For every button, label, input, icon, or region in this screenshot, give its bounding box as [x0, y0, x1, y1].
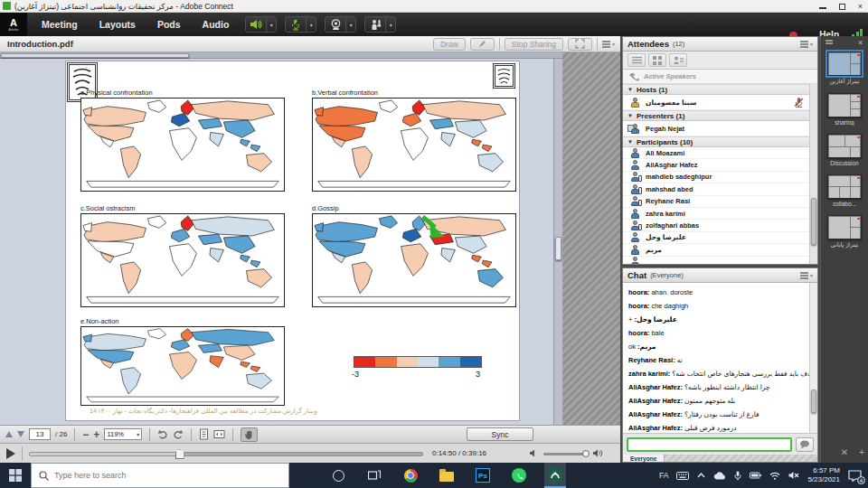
page-number-input[interactable]: [29, 428, 51, 440]
horizontal-scrollbar[interactable]: [0, 52, 562, 59]
zoom-in-button[interactable]: +: [93, 430, 99, 439]
chrome-button[interactable]: [400, 463, 421, 488]
sync-button[interactable]: Sync: [467, 427, 533, 441]
attendee-row[interactable]: Pegah Nejat: [623, 121, 809, 136]
next-page-button[interactable]: [17, 431, 24, 437]
volume-low-icon[interactable]: [529, 448, 538, 458]
microphone-dropdown-icon[interactable]: ▾: [306, 17, 316, 32]
group-header[interactable]: ▼Hosts (1): [623, 84, 809, 95]
redo-icon[interactable]: [173, 429, 184, 439]
menu-audio[interactable]: Audio: [203, 19, 230, 30]
attendee-row[interactable]: Reyhane Rasi: [623, 196, 809, 208]
hidden-icons-chevron[interactable]: [697, 473, 705, 478]
attendee-row[interactable]: مریم: [623, 244, 809, 256]
chat-scroll-thumb[interactable]: [811, 389, 816, 413]
volume-thumb[interactable]: [582, 450, 590, 457]
attendee-row[interactable]: علیرضا وحل: [623, 232, 809, 244]
chat-input[interactable]: [627, 437, 792, 452]
previous-page-button[interactable]: [5, 431, 13, 437]
fit-width-icon[interactable]: [213, 428, 225, 440]
cortana-button[interactable]: [327, 463, 349, 488]
attendee-row[interactable]: Ali Moazami: [623, 147, 809, 159]
hscroll-thumb[interactable]: [1, 53, 189, 58]
grid-view-button[interactable]: [648, 53, 666, 67]
start-button[interactable]: [0, 463, 31, 488]
wifi-icon[interactable]: [769, 472, 780, 480]
chat-tab-everyone[interactable]: Everyone: [623, 455, 665, 462]
fit-page-icon[interactable]: [199, 428, 209, 440]
layout-thumbnail-1[interactable]: [827, 52, 862, 76]
progress-track[interactable]: [29, 452, 423, 456]
attendees-pod-menu-icon[interactable]: ▾: [800, 41, 813, 47]
delete-layout-icon[interactable]: ✕: [841, 447, 848, 457]
attendees-scroll-thumb[interactable]: [811, 198, 816, 245]
add-layout-icon[interactable]: +: [859, 447, 864, 457]
keyboard-icon[interactable]: [676, 472, 689, 480]
file-explorer-button[interactable]: [436, 463, 458, 488]
speaker-button[interactable]: ▾: [245, 16, 277, 33]
play-button[interactable]: [6, 448, 15, 459]
chat-pod-menu-icon[interactable]: ▾: [800, 272, 813, 278]
taskbar-clock[interactable]: 6:57 PM 5/23/2021: [807, 466, 840, 484]
webcam-dropdown-icon[interactable]: ▾: [345, 17, 355, 32]
raise-hand-dropdown-icon[interactable]: ▾: [385, 17, 395, 32]
draw-button[interactable]: Draw: [433, 38, 466, 51]
microphone-button[interactable]: ▾: [285, 16, 316, 33]
list-view-button[interactable]: [627, 53, 646, 67]
layouts-close-icon[interactable]: ✕: [857, 39, 863, 47]
group-header[interactable]: ▼Presenters (1): [623, 110, 809, 121]
layout-thumbnail-2[interactable]: [827, 93, 862, 117]
maximize-icon[interactable]: [839, 4, 845, 10]
taskbar-search[interactable]: [31, 463, 289, 488]
attendee-row[interactable]: سینا معصومیان: [623, 95, 809, 110]
action-center-button[interactable]: 4: [848, 469, 863, 482]
menu-pods[interactable]: Pods: [157, 19, 181, 30]
attendee-row[interactable]: mahshad abed: [623, 183, 809, 195]
adobe-connect-button[interactable]: [544, 463, 566, 488]
search-input[interactable]: [54, 471, 253, 480]
fullscreen-button[interactable]: [568, 38, 592, 51]
language-indicator[interactable]: FA: [659, 471, 668, 480]
status-view-button[interactable]: [669, 53, 687, 67]
zoom-out-button[interactable]: −: [82, 430, 89, 439]
progress-thumb[interactable]: [175, 449, 184, 459]
raise-hand-button[interactable]: ▾: [364, 16, 396, 33]
attendee-row[interactable]: zahra karimi: [623, 208, 809, 220]
menu-layouts[interactable]: Layouts: [99, 19, 136, 30]
whatsapp-button[interactable]: [508, 463, 530, 488]
group-header[interactable]: ▼Participants (10): [623, 136, 809, 147]
zoom-level-select[interactable]: 119%▾: [104, 428, 142, 440]
attendees-scrollbar[interactable]: [809, 84, 817, 264]
photoshop-button[interactable]: Ps: [472, 463, 494, 488]
webcam-button[interactable]: ▾: [325, 16, 356, 33]
chat-scrollbar[interactable]: [809, 283, 817, 433]
close-icon[interactable]: ×: [858, 3, 863, 11]
layout-thumbnail-3[interactable]: [827, 134, 862, 158]
send-message-button[interactable]: [796, 437, 814, 452]
layout-thumbnail-5[interactable]: [827, 215, 862, 239]
hand-tool-button[interactable]: [241, 427, 258, 442]
attendee-row[interactable]: AliAsghar Hafez: [623, 159, 809, 171]
attendee-row[interactable]: [623, 257, 809, 264]
layout-thumbnail-4[interactable]: [827, 174, 862, 199]
layouts-menu-icon[interactable]: [826, 40, 833, 42]
menu-meeting[interactable]: Meeting: [42, 19, 78, 30]
share-pod-menu-icon[interactable]: ▾: [602, 41, 615, 47]
vertical-scrollbar[interactable]: [553, 59, 562, 425]
pen-tool-button[interactable]: [470, 38, 495, 51]
battery-icon[interactable]: [750, 472, 761, 479]
minimize-icon[interactable]: [819, 7, 826, 9]
speaker-muted-icon[interactable]: [788, 471, 799, 480]
speaker-dropdown-icon[interactable]: ▾: [266, 17, 276, 32]
microphone-tray-icon[interactable]: [734, 471, 741, 481]
attendee-row[interactable]: mahdieb sadeghipur: [623, 172, 809, 183]
task-view-button[interactable]: [363, 463, 385, 488]
vscroll-thumb[interactable]: [555, 237, 561, 260]
attendee-row[interactable]: zolfaghari abbas: [623, 220, 809, 231]
onedrive-icon[interactable]: [713, 472, 726, 480]
undo-icon[interactable]: [157, 429, 168, 439]
stop-sharing-button[interactable]: Stop Sharing: [505, 38, 563, 51]
volume-slider[interactable]: [543, 453, 587, 455]
window-title: مرکز تحقیقات روانشناسی اجتماعی (تیتراژ آ…: [14, 2, 233, 11]
volume-high-icon[interactable]: [592, 448, 604, 458]
